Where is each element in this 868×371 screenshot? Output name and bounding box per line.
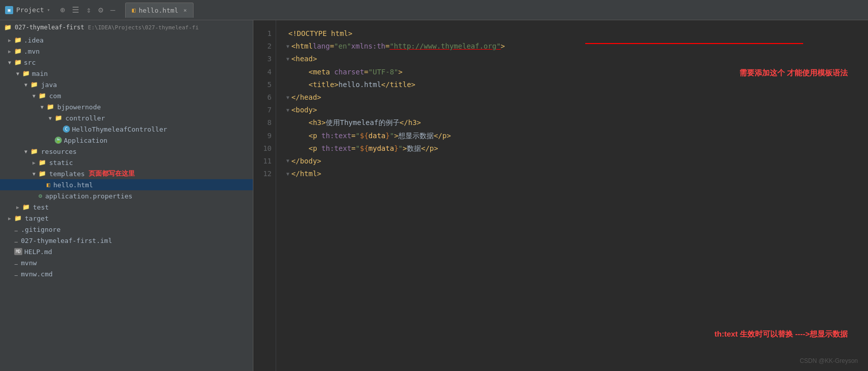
- mvnwcmd-icon: ⚊: [14, 270, 18, 277]
- chevron-down-icon[interactable]: ▾: [47, 7, 50, 13]
- folder-templates-icon: 📁: [39, 170, 46, 177]
- sidebar-item-bjpowernode[interactable]: ▼ 📁 bjpowernode: [0, 101, 253, 112]
- code-line-8: <h3>使用Thymeleaf的例子</h3>: [286, 116, 858, 129]
- code-line-1: <!DOCTYPE html>: [286, 27, 858, 40]
- sidebar-item-label: 027-thymeleaf-first.iml: [21, 237, 112, 244]
- sidebar-item-test[interactable]: ▶ 📁 test: [0, 201, 253, 213]
- folder-static-icon: 📁: [39, 159, 46, 166]
- arrow-icon: ▼: [41, 104, 47, 110]
- folder-icon: 📁: [4, 24, 12, 31]
- code-content: <!DOCTYPE html>: [288, 27, 352, 40]
- root-project-name: 027-thymeleaf-first E:\IDEA\Projects\027…: [15, 24, 199, 31]
- sidebar-item-HelloThymeleafController[interactable]: C HelloThymeleafController: [0, 123, 253, 135]
- fold-icon-3[interactable]: ▼: [286, 55, 289, 64]
- sidebar-item-label: src: [24, 59, 35, 66]
- sidebar-item-templates[interactable]: ▼ 📁 templates 页面都写在这里: [0, 168, 253, 179]
- xmlns-annotation: 需要添加这个 才能使用模板语法: [739, 66, 848, 79]
- sidebar-item-src[interactable]: ▼ 📁 src: [0, 57, 253, 68]
- folder-bjpowernode-icon: 📁: [47, 103, 54, 110]
- sidebar-item-label: static: [49, 159, 73, 167]
- watermark: CSDN @KK-Greyson: [800, 356, 858, 367]
- sidebar-header: 📁 027-thymeleaf-first E:\IDEA\Projects\0…: [0, 20, 253, 34]
- sidebar-item-label: mvnw: [21, 259, 36, 267]
- folder-mvn-icon: 📁: [14, 48, 22, 55]
- arrow-icon: ▶: [8, 49, 14, 54]
- code-line-9: <p th:text="${data}">想显示数据</p>: [286, 130, 858, 142]
- sidebar-item-mvnwcmd[interactable]: ⚊ mvnw.cmd: [0, 268, 253, 279]
- top-bar: ▣ Project ▾ ⊕ ☰ ⇕ ⚙ — ◧ hello.html ×: [0, 0, 868, 20]
- sidebar: 📁 027-thymeleaf-first E:\IDEA\Projects\0…: [0, 20, 253, 371]
- spring-app-icon: 🍃: [55, 137, 62, 144]
- sidebar-item-label: .mvn: [24, 48, 40, 55]
- nav-icon[interactable]: ⊕: [60, 5, 65, 15]
- arrow-icon: ▼: [32, 93, 39, 99]
- code-line-3: ▼ <head>: [286, 53, 858, 65]
- arrow-icon: ▼: [49, 115, 55, 121]
- arrow-icon: ▼: [32, 171, 39, 177]
- minimize-icon[interactable]: —: [110, 5, 116, 15]
- tab-filename: hello.html: [139, 7, 178, 14]
- fold-icon-7[interactable]: ▼: [286, 106, 289, 115]
- tab-close-button[interactable]: ×: [183, 7, 187, 14]
- sidebar-item-com[interactable]: ▼ 📁 com: [0, 90, 253, 101]
- fold-icon-2[interactable]: ▼: [286, 42, 289, 51]
- settings-icon[interactable]: ⚙: [98, 5, 103, 15]
- sidebar-item-iml[interactable]: ⚊ 027-thymeleaf-first.iml: [0, 235, 253, 246]
- mvnw-icon: ⚊: [14, 259, 18, 266]
- sidebar-item-label: hello.html: [53, 181, 93, 189]
- sidebar-item-gitignore[interactable]: ⚊ .gitignore: [0, 224, 253, 235]
- gitignore-icon: ⚊: [14, 226, 18, 233]
- arrow-icon: ▶: [32, 160, 39, 166]
- sidebar-item-static[interactable]: ▶ 📁 static: [0, 157, 253, 168]
- sidebar-item-label: controller: [65, 114, 105, 122]
- sidebar-item-label: java: [41, 81, 57, 89]
- sidebar-item-target[interactable]: ▶ 📁 target: [0, 213, 253, 224]
- sidebar-item-Application[interactable]: 🍃 Application: [0, 135, 253, 146]
- sidebar-item-label: bjpowernode: [57, 103, 101, 111]
- sidebar-item-hello-html[interactable]: ◧ hello.html: [0, 179, 253, 190]
- sidebar-item-resources[interactable]: ▼ 📁 resources: [0, 146, 253, 157]
- arrow-icon: ▼: [24, 149, 30, 154]
- sidebar-item-label: resources: [41, 148, 77, 155]
- editor-area: 1 2 3 4 5 6 7 8 9 10 11 12 <!DOCTYPE htm…: [253, 20, 868, 371]
- line-numbers: 1 2 3 4 5 6 7 8 9 10 11 12: [253, 20, 276, 371]
- sidebar-item-application-properties[interactable]: ⚙ application.properties: [0, 190, 253, 201]
- fold-icon-12[interactable]: ▼: [286, 170, 289, 179]
- sidebar-item-label: Application: [64, 137, 107, 144]
- sidebar-item-main[interactable]: ▼ 📁 main: [0, 68, 253, 79]
- sidebar-item-idea[interactable]: ▶ 📁 .idea: [0, 34, 253, 46]
- bookmarks-icon[interactable]: ⇕: [86, 5, 91, 15]
- editor-tab-hello[interactable]: ◧ hello.html ×: [125, 3, 193, 18]
- sidebar-item-java[interactable]: ▼ 📁 java: [0, 79, 253, 90]
- sidebar-item-label: test: [33, 203, 49, 211]
- arrow-icon: ▼: [16, 71, 22, 76]
- sidebar-item-helpmd[interactable]: MD HELP.md: [0, 246, 253, 257]
- folder-resources-icon: 📁: [30, 148, 38, 155]
- arrow-icon: ▶: [8, 37, 14, 43]
- sidebar-item-label: target: [25, 215, 49, 222]
- code-line-11: ▼ </body>: [286, 155, 858, 168]
- code-line-5: <title>hello.html</title>: [286, 78, 858, 91]
- sidebar-item-mvnw[interactable]: ⚊ mvnw: [0, 257, 253, 268]
- sidebar-item-controller[interactable]: ▼ 📁 controller: [0, 112, 253, 123]
- iml-icon: ⚊: [14, 237, 18, 244]
- fold-icon-6[interactable]: ▼: [286, 93, 289, 102]
- arrow-icon: ▶: [16, 204, 22, 210]
- sidebar-item-mvn[interactable]: ▶ 📁 .mvn: [0, 46, 253, 57]
- folder-main-icon: 📁: [22, 70, 30, 77]
- sidebar-item-label: application.properties: [45, 192, 132, 200]
- code-editor[interactable]: <!DOCTYPE html> ▼ <html lang="en" xmlns:…: [276, 20, 868, 371]
- sidebar-item-label: .gitignore: [21, 226, 60, 233]
- sidebar-item-label: mvnw.cmd: [21, 270, 53, 278]
- project-icon: ▣: [5, 6, 13, 14]
- folder-com-icon: 📁: [39, 92, 46, 99]
- arrow-icon: ▼: [8, 60, 14, 65]
- code-line-6: ▼ </head>: [286, 91, 858, 104]
- structure-icon[interactable]: ☰: [72, 5, 79, 15]
- fold-icon-11[interactable]: ▼: [286, 156, 289, 166]
- folder-target-icon: 📁: [14, 215, 22, 222]
- folder-controller-icon: 📁: [55, 114, 62, 121]
- props-file-icon: ⚙: [39, 192, 42, 199]
- html-file-icon: ◧: [132, 7, 135, 14]
- templates-annotation: 页面都写在这里: [89, 169, 135, 178]
